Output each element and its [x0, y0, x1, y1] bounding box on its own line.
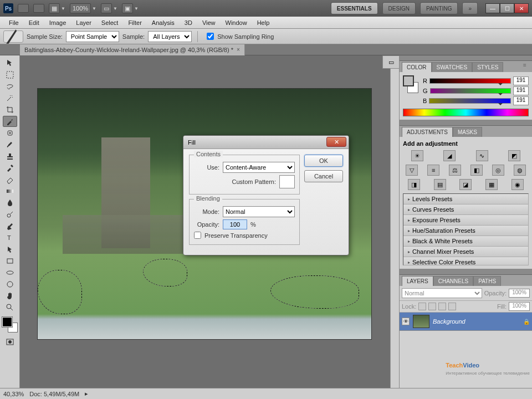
tool-lasso[interactable] — [3, 81, 17, 92]
preset-item[interactable]: Hue/Saturation Presets — [403, 226, 528, 236]
adj-levels-icon[interactable]: ◢ — [443, 150, 456, 161]
slider-r[interactable] — [429, 78, 511, 84]
cancel-button[interactable]: Cancel — [304, 170, 343, 182]
opacity-value[interactable]: 100% — [509, 289, 530, 298]
adj-photo-filter-icon[interactable]: ◎ — [492, 165, 504, 176]
sample-select[interactable]: All Layers — [148, 31, 192, 42]
window-maximize[interactable]: ☐ — [500, 3, 514, 13]
menu-file[interactable]: File — [4, 18, 23, 27]
menu-window[interactable]: Window — [221, 18, 252, 27]
menu-filter[interactable]: Filter — [124, 18, 146, 27]
arrange-dropdown[interactable]: ▭▼ — [101, 3, 117, 13]
menu-view[interactable]: View — [198, 18, 220, 27]
adj-bw-icon[interactable]: ◧ — [470, 165, 483, 176]
status-zoom[interactable]: 40,33% — [3, 391, 24, 397]
status-arrow-icon[interactable]: ▸ — [85, 390, 88, 397]
preset-item[interactable]: Black & White Presets — [403, 236, 528, 247]
use-select[interactable]: Content-Aware — [223, 162, 295, 173]
tool-zoom[interactable] — [3, 302, 17, 313]
tab-color[interactable]: COLOR — [402, 62, 432, 72]
menu-help[interactable]: Help — [253, 18, 274, 27]
slider-g[interactable] — [430, 88, 511, 94]
preset-item[interactable]: Channel Mixer Presets — [403, 247, 528, 257]
value-g[interactable]: 191 — [513, 86, 529, 95]
adj-balance-icon[interactable]: ⚖ — [449, 165, 461, 176]
adj-gradient-map-icon[interactable]: ▦ — [485, 179, 498, 190]
layer-row[interactable]: 👁 Background 🔒 — [400, 313, 532, 330]
view-extras-dropdown[interactable]: ▦▼ — [49, 3, 65, 13]
document-tab-close[interactable]: × — [237, 47, 240, 53]
tab-layers[interactable]: LAYERS — [402, 276, 433, 286]
preset-item[interactable]: Selective Color Presets — [403, 257, 528, 265]
adj-brightness-icon[interactable]: ☀ — [411, 150, 423, 161]
lock-position-icon[interactable] — [438, 303, 446, 310]
tool-crop[interactable] — [3, 104, 17, 115]
menu-edit[interactable]: Edit — [24, 18, 44, 27]
window-close[interactable]: ✕ — [514, 3, 529, 13]
workspace-painting[interactable]: PAINTING — [420, 2, 458, 14]
color-swatches[interactable] — [2, 317, 18, 332]
ok-button[interactable]: OK — [304, 155, 343, 167]
adj-posterize-icon[interactable]: ▤ — [434, 179, 446, 190]
menu-layer[interactable]: Layer — [71, 18, 96, 27]
tool-3d-orbit[interactable] — [3, 279, 17, 290]
sample-size-select[interactable]: Point Sample — [66, 31, 119, 42]
adj-threshold-icon[interactable]: ◪ — [459, 179, 472, 190]
tool-dodge[interactable] — [3, 209, 17, 220]
tool-blur[interactable] — [3, 197, 17, 208]
preserve-transparency-checkbox[interactable] — [194, 232, 201, 239]
visibility-icon[interactable]: 👁 — [402, 318, 410, 325]
tool-path-select[interactable] — [3, 244, 17, 255]
foreground-background-swatch[interactable] — [403, 75, 418, 93]
value-b[interactable]: 191 — [513, 96, 529, 105]
dock-collapse-strip[interactable] — [400, 120, 532, 126]
dock-collapse-strip[interactable] — [400, 269, 532, 275]
lock-transparency-icon[interactable] — [418, 303, 426, 310]
tool-move[interactable] — [3, 58, 17, 69]
preset-item[interactable]: Exposure Presets — [403, 215, 528, 226]
value-r[interactable]: 191 — [513, 76, 529, 85]
workspace-essentials[interactable]: ESSENTIALS — [331, 2, 378, 14]
tool-stamp[interactable] — [3, 151, 17, 162]
dialog-titlebar[interactable]: Fill ✕ — [183, 136, 349, 149]
tool-marquee[interactable] — [3, 69, 17, 80]
layer-thumbnail[interactable] — [413, 315, 429, 328]
menu-3d[interactable]: 3D — [180, 18, 197, 27]
tab-adjustments[interactable]: ADJUSTMENTS — [402, 127, 453, 137]
fill-value[interactable]: 100% — [509, 302, 530, 311]
adj-invert-icon[interactable]: ◨ — [408, 179, 420, 190]
lock-pixels-icon[interactable] — [428, 303, 436, 310]
spectrum-ramp[interactable] — [403, 109, 529, 116]
menu-select[interactable]: Select — [97, 18, 123, 27]
zoom-dropdown[interactable]: 100%▼ — [70, 3, 96, 13]
tool-hand[interactable] — [3, 290, 17, 301]
scrollbar-vertical[interactable] — [390, 55, 399, 388]
dialog-close-button[interactable]: ✕ — [326, 137, 346, 147]
current-tool-icon[interactable] — [3, 30, 23, 43]
adj-vibrance-icon[interactable]: ▽ — [406, 165, 418, 176]
tool-3d-rotate[interactable] — [3, 267, 17, 278]
lock-all-icon[interactable] — [448, 303, 456, 310]
blend-mode-select[interactable]: Normal — [402, 288, 482, 298]
status-doc-info[interactable]: Doc: 5,49M/5,49M — [29, 391, 79, 397]
adj-exposure-icon[interactable]: ◩ — [508, 150, 520, 161]
bridge-icon[interactable] — [18, 4, 29, 13]
tool-brush[interactable] — [3, 139, 17, 150]
tool-wand[interactable] — [3, 93, 17, 104]
tool-pen[interactable] — [3, 221, 17, 232]
show-ring-checkbox[interactable] — [207, 33, 214, 40]
tool-healing[interactable] — [3, 127, 17, 139]
adj-curves-icon[interactable]: ∿ — [476, 150, 488, 161]
adj-channel-mixer-icon[interactable]: ◍ — [514, 165, 526, 176]
workspace-design[interactable]: DESIGN — [382, 2, 416, 14]
preset-item[interactable]: Levels Presets — [403, 194, 528, 204]
window-minimize[interactable]: — — [485, 3, 500, 13]
collapsed-dock-icon[interactable]: ▭ — [382, 55, 399, 69]
adj-selective-color-icon[interactable]: ◉ — [511, 179, 524, 190]
workspace-more[interactable]: » — [462, 2, 478, 14]
tool-history-brush[interactable] — [3, 162, 17, 173]
opacity-input[interactable] — [223, 219, 247, 229]
tool-shape[interactable] — [3, 255, 17, 267]
slider-b[interactable] — [429, 98, 511, 104]
tab-masks[interactable]: MASKS — [453, 127, 482, 137]
